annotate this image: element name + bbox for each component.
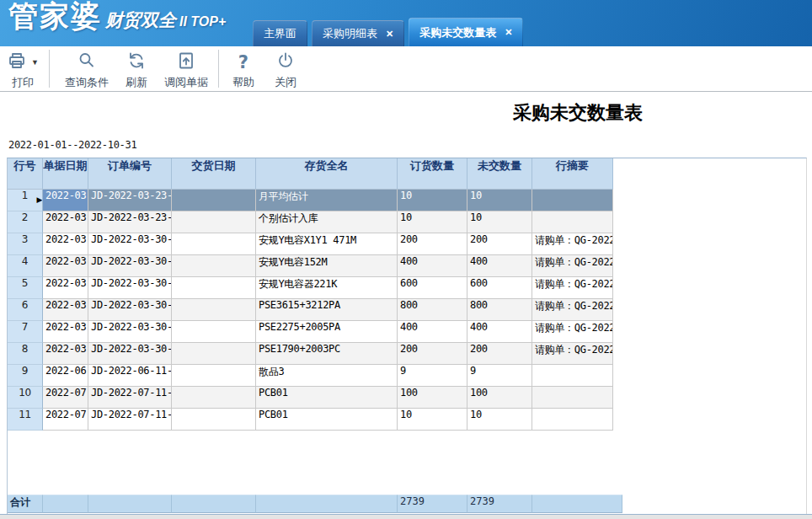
doc-date-cell[interactable]: 2022-03- [43,190,88,211]
tab-close-icon[interactable]: ✕ [505,27,512,38]
delivery-date-cell[interactable] [172,365,256,387]
row-number-cell[interactable]: 5▶ [8,277,43,299]
ordered-qty-cell[interactable]: 10 [398,211,467,233]
remark-cell[interactable] [532,190,613,211]
order-no-cell[interactable]: JD-2022-03-30-000 [88,255,172,277]
doc-date-cell[interactable]: 2022-06- [43,365,88,387]
order-no-cell[interactable]: JD-2022-03-23-000 [88,190,172,211]
item-name-cell[interactable]: 安规Y电容152M [256,255,398,277]
table-row[interactable]: 11▶ 2022-07- JD-2022-07-11-000 PCB01 10 … [8,409,613,431]
delivery-date-cell[interactable] [172,387,256,409]
delivery-date-cell[interactable] [172,299,256,321]
remark-cell[interactable]: 请购单：QG-2022-0 [532,299,613,321]
delivery-date-cell[interactable] [172,409,256,431]
delivery-date-cell[interactable] [172,321,256,343]
order-no-cell[interactable]: JD-2022-03-30-000 [88,321,172,343]
table-row[interactable]: 3▶ 2022-03- JD-2022-03-30-000 安规Y电容X1Y1 … [8,233,613,255]
row-number-cell[interactable]: 9▶ [8,365,43,387]
item-name-cell[interactable]: PSE1790+2003PC [256,343,398,365]
order-no-cell[interactable]: JD-2022-03-30-000 [88,277,172,299]
doc-date-cell[interactable]: 2022-03- [43,321,88,343]
ordered-qty-cell[interactable]: 400 [398,321,467,343]
item-name-cell[interactable]: 个别估计入库 [256,211,398,233]
item-name-cell[interactable]: PCB01 [256,387,398,409]
undelivered-qty-cell[interactable]: 400 [467,321,532,343]
help-button[interactable]: ? 帮助 [226,46,261,91]
order-no-cell[interactable]: JD-2022-07-11-000 [88,409,172,431]
doc-date-cell[interactable]: 2022-03- [43,233,88,255]
remark-cell[interactable]: 请购单：QG-2022-0 [532,321,613,343]
close-button[interactable]: 关闭 [268,46,303,91]
ordered-qty-cell[interactable]: 600 [398,277,467,299]
table-row[interactable]: 4▶ 2022-03- JD-2022-03-30-000 安规Y电容152M … [8,255,613,277]
header-cell-doc-date[interactable]: 单据日期 [43,158,88,190]
ordered-qty-cell[interactable]: 400 [398,255,467,277]
item-name-cell[interactable]: 月平均估计 [256,190,398,211]
header-cell-remark[interactable]: 行摘要 [532,158,613,190]
ordered-qty-cell[interactable]: 200 [398,233,467,255]
doc-date-cell[interactable]: 2022-03- [43,255,88,277]
remark-cell[interactable] [532,211,613,233]
table-row[interactable]: 5▶ 2022-03- JD-2022-03-30-000 安规Y电容器221K… [8,277,613,299]
table-row[interactable]: 2▶ 2022-03- JD-2022-03-23-000 个别估计入库 10 … [8,211,613,233]
recall-document-button[interactable]: 调阅单据 [158,46,215,91]
order-no-cell[interactable]: JD-2022-03-30-000 [88,343,172,365]
doc-date-cell[interactable]: 2022-03- [43,343,88,365]
undelivered-qty-cell[interactable]: 10 [467,190,532,211]
undelivered-qty-cell[interactable]: 10 [467,409,532,431]
remark-cell[interactable]: 请购单：QG-2022-0 [532,343,613,365]
print-button[interactable]: ▼ 打印 [0,46,45,91]
delivery-date-cell[interactable] [172,277,256,299]
doc-date-cell[interactable]: 2022-03- [43,211,88,233]
table-row[interactable]: 9▶ 2022-06- JD-2022-06-11-000 散品3 9 9 [8,365,613,387]
refresh-button[interactable]: 刷新 [119,46,154,91]
row-number-cell[interactable]: 2▶ [8,211,43,233]
remark-cell[interactable] [532,387,613,409]
header-cell-row-number[interactable]: 行号 [8,158,43,190]
delivery-date-cell[interactable] [172,233,256,255]
item-name-cell[interactable]: 安规Y电容器221K [256,277,398,299]
row-number-cell[interactable]: 10▶ [8,387,43,409]
header-cell-item-name[interactable]: 存货全名 [256,158,398,190]
undelivered-qty-cell[interactable]: 200 [467,343,532,365]
ordered-qty-cell[interactable]: 800 [398,299,467,321]
ordered-qty-cell[interactable]: 10 [398,190,467,211]
delivery-date-cell[interactable] [172,255,256,277]
order-no-cell[interactable]: JD-2022-03-30-000 [88,299,172,321]
delivery-date-cell[interactable] [172,343,256,365]
query-condition-button[interactable]: 查询条件 [58,46,115,91]
order-no-cell[interactable]: JD-2022-07-11-000 [88,387,172,409]
tab-main-screen[interactable]: 主界面 [253,20,307,46]
remark-cell[interactable]: 请购单：QG-2022-0 [532,255,613,277]
item-name-cell[interactable]: PSE3615+3212PA [256,299,398,321]
doc-date-cell[interactable]: 2022-03- [43,277,88,299]
header-cell-order-no[interactable]: 订单编号 [88,158,172,190]
tab-purchase-detail[interactable]: 采购明细表 ✕ [312,20,404,46]
undelivered-qty-cell[interactable]: 200 [467,233,532,255]
undelivered-qty-cell[interactable]: 800 [467,299,532,321]
row-number-cell[interactable]: 4▶ [8,255,43,277]
row-number-cell[interactable]: 6▶ [8,299,43,321]
remark-cell[interactable] [532,409,613,431]
undelivered-qty-cell[interactable]: 10 [467,211,532,233]
remark-cell[interactable] [532,365,613,387]
tab-close-icon[interactable]: ✕ [386,29,393,40]
row-number-cell[interactable]: 8▶ [8,343,43,365]
print-dropdown-arrow-icon[interactable]: ▼ [31,58,39,67]
table-row[interactable]: 6▶ 2022-03- JD-2022-03-30-000 PSE3615+32… [8,299,613,321]
row-number-cell[interactable]: 11▶ [8,409,43,431]
table-row[interactable]: 7▶ 2022-03- JD-2022-03-30-000 PSE2275+20… [8,321,613,343]
item-name-cell[interactable]: 安规Y电容X1Y1 471M [256,233,398,255]
ordered-qty-cell[interactable]: 10 [398,409,467,431]
undelivered-qty-cell[interactable]: 600 [467,277,532,299]
header-cell-undelivered-qty[interactable]: 未交数量 [467,158,532,190]
header-cell-ordered-qty[interactable]: 订货数量 [398,158,467,190]
item-name-cell[interactable]: 散品3 [256,365,398,387]
undelivered-qty-cell[interactable]: 400 [467,255,532,277]
delivery-date-cell[interactable] [172,190,256,211]
order-no-cell[interactable]: JD-2022-03-30-000 [88,233,172,255]
horizontal-scrollbar[interactable] [0,514,812,519]
doc-date-cell[interactable]: 2022-07- [43,409,88,431]
ordered-qty-cell[interactable]: 9 [398,365,467,387]
ordered-qty-cell[interactable]: 200 [398,343,467,365]
